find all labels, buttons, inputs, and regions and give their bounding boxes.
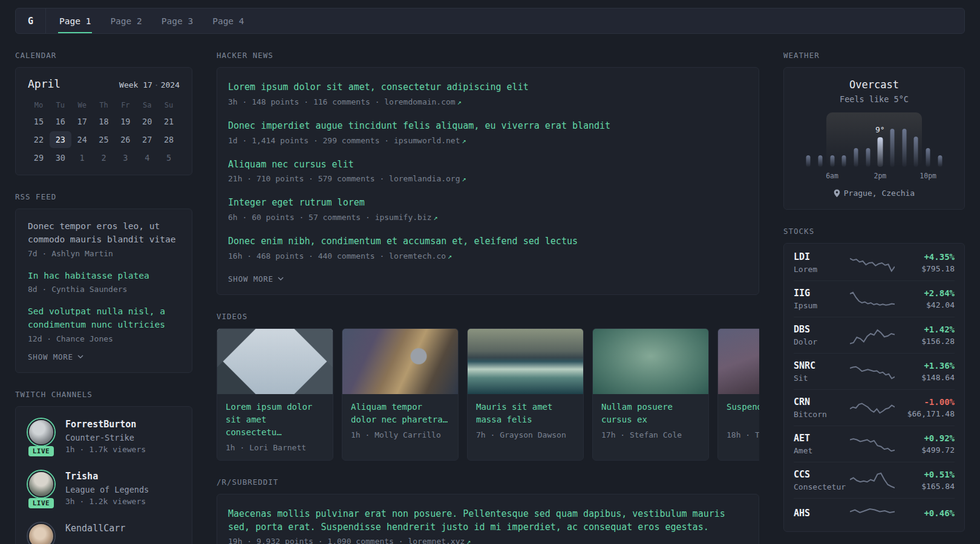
news-item-domain[interactable]: ipsumify.biz bbox=[375, 213, 432, 222]
nav-tab[interactable]: Page 4 bbox=[211, 8, 245, 33]
news-item-domain[interactable]: ipsumworld.net bbox=[394, 136, 460, 145]
stock-sparkline bbox=[850, 254, 895, 272]
rss-item-title[interactable]: In hac habitasse platea bbox=[28, 270, 180, 283]
twitch-channel-row[interactable]: LIVE Trisha League of Legends 3h · 1.2k … bbox=[27, 471, 181, 508]
weather-feels-like: Feels like 5°C bbox=[795, 94, 953, 104]
calendar-grid: 1516171819202122232425262728293012345 bbox=[28, 113, 180, 166]
channel-name[interactable]: ForrestBurton bbox=[65, 419, 146, 430]
news-item-title[interactable]: Maecenas mollis pulvinar erat non posuer… bbox=[228, 508, 748, 534]
calendar-week: Week 17 bbox=[119, 80, 152, 89]
news-item-meta: 16h · 468 points · 440 comments · loremt… bbox=[228, 251, 748, 261]
channel-game: League of Legends bbox=[65, 485, 149, 494]
video-thumbnail bbox=[593, 329, 708, 394]
news-item-domain[interactable]: loremtech.co bbox=[389, 251, 446, 261]
weather-bar bbox=[806, 155, 810, 167]
stock-row[interactable]: AHS +0.46% bbox=[794, 498, 955, 530]
video-meta: 1h · Lori Barnett bbox=[226, 443, 324, 452]
weather-section: WEATHER Overcast Feels like 5°C 6am bbox=[783, 51, 965, 210]
video-title[interactable]: Aliquam tempor dolor nec pharetra… bbox=[351, 401, 449, 426]
rss-show-more-button[interactable]: SHOW MORE bbox=[28, 352, 83, 361]
calendar-day: 4 bbox=[136, 149, 158, 166]
dot-separator: · bbox=[154, 80, 159, 89]
news-item: Maecenas mollis pulvinar erat non posuer… bbox=[228, 508, 748, 544]
calendar-day: 2 bbox=[93, 149, 115, 166]
subreddit-section: /R/SUBREDDIT Maecenas mollis pulvinar er… bbox=[217, 478, 759, 544]
calendar-day-header: Su bbox=[158, 97, 180, 113]
weather-bar bbox=[830, 155, 834, 167]
video-title[interactable]: Mauris sit amet massa felis bbox=[476, 401, 575, 426]
stock-row[interactable]: SNRC Sit +1.36% $148.64 bbox=[794, 353, 955, 389]
calendar-day: 18 bbox=[93, 113, 115, 130]
external-link-icon: ↗ bbox=[448, 252, 452, 261]
rss-item-title[interactable]: Sed volutpat nulla nisl, a condimentum n… bbox=[28, 305, 180, 332]
stock-change: +0.92% bbox=[899, 433, 955, 443]
weather-hour-column bbox=[802, 112, 814, 180]
news-item-domain[interactable]: loremdomain.com bbox=[384, 97, 455, 106]
stock-change: +4.35% bbox=[899, 252, 955, 262]
stock-row[interactable]: LDI Lorem +4.35% $795.18 bbox=[794, 245, 955, 280]
news-item-title[interactable]: Donec imperdiet augue tincidunt felis al… bbox=[228, 120, 748, 133]
channel-name[interactable]: Trisha bbox=[65, 471, 149, 482]
nav-tab-label: Page 1 bbox=[59, 16, 91, 26]
channel-name[interactable]: KendallCarr bbox=[65, 523, 125, 534]
video-card[interactable]: Mauris sit amet massa felis 7h · Grayson… bbox=[467, 328, 584, 461]
video-title[interactable]: Suspendisse diam bbox=[727, 401, 759, 426]
video-card[interactable]: Aliquam tempor dolor nec pharetra… 1h · … bbox=[342, 328, 459, 461]
weather-hour-column bbox=[814, 112, 826, 180]
videos-row: Lorem ipsum dolor sit amet consectetu… 1… bbox=[217, 328, 759, 461]
stock-row[interactable]: CCS Consectetur +0.51% $165.84 bbox=[794, 462, 955, 498]
rss-item-title[interactable]: Donec tempor eros leo, ut commodo mauris… bbox=[28, 220, 180, 247]
twitch-channel-row[interactable]: LIVE ForrestBurton Counter-Strike 1h · 1… bbox=[27, 419, 181, 456]
calendar-widget: April Week 17·2024 MoTuWeThFrSaSu 151617… bbox=[15, 67, 192, 175]
rss-item-meta: 7d · Ashlyn Martin bbox=[28, 249, 180, 258]
nav-tab[interactable]: Page 2 bbox=[109, 8, 143, 33]
nav-tab-label: Page 3 bbox=[162, 16, 193, 26]
news-item-title[interactable]: Integer eget rutrum lorem bbox=[228, 196, 748, 210]
news-item-meta: 1d · 1,414 points · 299 comments · ipsum… bbox=[228, 136, 748, 145]
nav-tab-label: Page 2 bbox=[110, 16, 142, 26]
calendar-day: 3 bbox=[114, 149, 136, 166]
nav-tab[interactable]: Page 1 bbox=[58, 8, 92, 33]
stock-price: $499.72 bbox=[899, 445, 955, 455]
video-card[interactable]: Nullam posuere cursus ex 17h · Stefan Co… bbox=[592, 328, 709, 461]
news-item-title[interactable]: Donec enim nibh, condimentum et accumsan… bbox=[228, 235, 748, 248]
stock-row[interactable]: AET Amet +0.92% $499.72 bbox=[794, 426, 955, 462]
video-title[interactable]: Lorem ipsum dolor sit amet consectetu… bbox=[226, 401, 324, 439]
calendar-day: 19 bbox=[114, 113, 136, 130]
hacker-news-show-more-button[interactable]: SHOW MORE bbox=[228, 274, 284, 283]
weather-bar bbox=[890, 129, 894, 167]
channel-avatar bbox=[28, 523, 54, 544]
left-column: CALENDAR April Week 17·2024 MoTuWeThFrSa… bbox=[15, 51, 192, 544]
twitch-channel-row[interactable]: LIVE KendallCarr bbox=[27, 523, 181, 544]
location-pin-icon bbox=[834, 189, 840, 197]
news-item-domain[interactable]: loremnet.xyz bbox=[408, 537, 465, 544]
weather-hour-column bbox=[838, 112, 850, 180]
calendar-day: 16 bbox=[50, 113, 71, 130]
stock-row[interactable]: DBS Dolor +1.42% $156.28 bbox=[794, 317, 955, 353]
app-logo[interactable]: G bbox=[16, 8, 46, 33]
stock-symbol: CRN bbox=[794, 397, 846, 407]
stock-row[interactable]: IIG Ipsum +2.84% $42.04 bbox=[794, 280, 955, 317]
stock-name: Sit bbox=[794, 374, 846, 383]
news-item-title[interactable]: Lorem ipsum dolor sit amet, consectetur … bbox=[228, 81, 748, 94]
weather-bar bbox=[877, 137, 883, 167]
stocks-section: STOCKS LDI Lorem +4.35% $795.18 IIG Ipsu… bbox=[783, 227, 965, 532]
weather-section-title: WEATHER bbox=[783, 51, 965, 60]
rss-item-meta: 12d · Chance Jones bbox=[28, 334, 180, 343]
subreddit-section-title: /R/SUBREDDIT bbox=[217, 478, 759, 487]
stock-row[interactable]: CRN Bitcorn -1.00% $66,171.48 bbox=[794, 389, 955, 426]
nav-tab[interactable]: Page 3 bbox=[160, 8, 194, 33]
twitch-section: TWITCH CHANNELS LIVE ForrestBurton Count… bbox=[15, 390, 192, 544]
news-item-domain[interactable]: loremlandia.org bbox=[389, 174, 460, 183]
live-badge: LIVE bbox=[28, 446, 54, 456]
news-item-title[interactable]: Aliquam nec cursus elit bbox=[228, 158, 748, 172]
video-title[interactable]: Nullam posuere cursus ex bbox=[601, 401, 700, 426]
video-card[interactable]: Lorem ipsum dolor sit amet consectetu… 1… bbox=[217, 328, 333, 461]
news-item-meta: 6h · 60 points · 57 comments · ipsumify.… bbox=[228, 213, 748, 222]
stock-name: Amet bbox=[794, 446, 846, 455]
external-link-icon: ↗ bbox=[462, 137, 466, 145]
video-card[interactable]: Suspendisse diam 18h · Tara Barrett bbox=[717, 328, 759, 461]
external-link-icon: ↗ bbox=[457, 98, 462, 106]
stock-change: +0.51% bbox=[899, 470, 955, 479]
stock-price: $165.84 bbox=[899, 482, 955, 491]
